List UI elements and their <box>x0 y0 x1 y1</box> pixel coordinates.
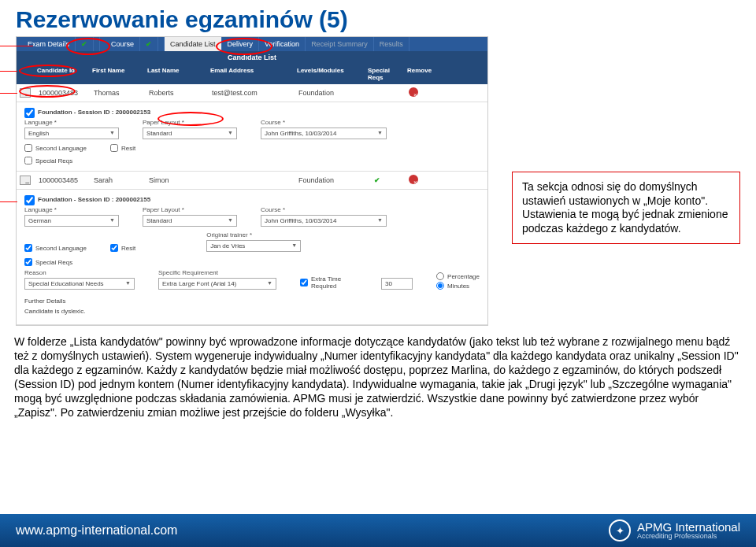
remove-icon: × <box>409 87 418 97</box>
col-special-reqs: Special Reqs <box>363 64 402 84</box>
percentage-label: Percentage <box>447 273 480 280</box>
cell-sr: ✔ <box>365 173 404 187</box>
percentage-radio[interactable] <box>436 272 444 280</box>
course-select[interactable]: John Griffiths, 10/03/2014▼ <box>261 215 387 227</box>
chevron-down-icon: ▼ <box>125 280 131 287</box>
check-icon: ✔ <box>76 37 94 51</box>
col-levels-modules: Levels/Modules <box>292 64 363 84</box>
tab-receipt-summary: Receipt Summary <box>306 37 374 51</box>
cell-ln[interactable]: Simon <box>144 173 207 187</box>
remove-button[interactable]: × <box>404 172 443 189</box>
language-select[interactable]: English▼ <box>24 128 119 139</box>
cell-em[interactable]: test@test.com <box>207 86 294 100</box>
red-arrow <box>0 93 17 94</box>
paper-layout-label: Paper Layout * <box>143 206 237 213</box>
tab-results: Results <box>374 37 410 51</box>
footer-url: www.apmg-international.com <box>16 523 177 538</box>
cell-ln[interactable]: Roberts <box>144 86 207 100</box>
language-select[interactable]: German▼ <box>24 215 119 227</box>
cell-id: 1000003483 <box>34 86 89 100</box>
special-reqs-checkbox[interactable] <box>24 258 32 266</box>
page-title: Rezerwowanie egzaminów (5) <box>0 0 756 36</box>
tab-delivery[interactable]: Delivery <box>222 37 260 51</box>
col-email: Email Address <box>206 64 292 84</box>
check-icon: ✔ <box>140 37 158 51</box>
language-label: Language * <box>24 119 119 126</box>
col-candidate-id: Candidate Id <box>32 64 87 84</box>
second-language-checkbox[interactable] <box>24 244 32 252</box>
remove-icon: × <box>409 175 418 184</box>
paper-layout-select[interactable]: Standard▼ <box>143 128 237 139</box>
cell-lm: Foundation <box>294 173 365 187</box>
session-checkbox[interactable] <box>24 108 35 118</box>
table-header: Candidate Id First Name Last Name Email … <box>17 64 487 84</box>
collapse-icon[interactable]: − <box>20 176 31 185</box>
col-remove: Remove <box>402 64 442 84</box>
extra-time-value[interactable]: 30 <box>381 278 413 290</box>
cell-fn[interactable]: Thomas <box>89 86 144 100</box>
check-icon: ✔ <box>369 173 385 187</box>
course-label: Course * <box>261 119 387 126</box>
original-trainer-select[interactable]: Jan de Vries▼ <box>206 240 301 252</box>
session-label: Foundation - Session ID : 2000002155 <box>38 194 150 206</box>
col-first-name: First Name <box>87 64 143 84</box>
sub-header: Candidate List <box>17 51 487 64</box>
session-label: Foundation - Session ID : 2000002153 <box>38 107 150 119</box>
chevron-down-icon: ▼ <box>377 130 383 137</box>
special-reqs-label: Special Reqs <box>35 157 72 164</box>
extra-time-checkbox[interactable] <box>300 279 308 286</box>
chevron-down-icon: ▼ <box>291 242 297 249</box>
chevron-down-icon: ▼ <box>109 130 115 137</box>
table-row: − 1000003483 Thomas Roberts test@test.co… <box>17 84 487 102</box>
specific-requirement-select[interactable]: Extra Large Font (Arial 14)▼ <box>158 278 276 290</box>
cell-sr <box>365 90 404 96</box>
cell-fn[interactable]: Sarah <box>89 173 144 187</box>
footer-brand: APMG International <box>637 521 740 533</box>
resit-checkbox[interactable] <box>110 244 118 252</box>
cell-id: 1000003485 <box>34 173 89 187</box>
original-trainer-label: Original trainer * <box>206 231 301 238</box>
further-details-value[interactable]: Candidate is dyslexic. <box>24 308 480 318</box>
further-details-label: Further Details <box>24 294 480 308</box>
minutes-radio[interactable] <box>436 282 444 290</box>
body-paragraph: W folderze „Lista kandydatów" powinny by… <box>0 326 756 424</box>
chevron-down-icon: ▼ <box>109 217 115 224</box>
cell-lm: Foundation <box>294 86 365 100</box>
special-reqs-checkbox[interactable] <box>24 157 32 164</box>
tab-verification[interactable]: Verification <box>259 37 306 51</box>
course-select[interactable]: John Griffiths, 10/03/2014▼ <box>261 128 387 139</box>
reason-label: Reason <box>24 269 135 276</box>
red-arrow <box>0 71 17 72</box>
tab-candidate-list[interactable]: Candidate List <box>165 37 222 51</box>
second-language-checkbox[interactable] <box>24 144 32 152</box>
remove-button[interactable]: × <box>404 84 443 102</box>
paper-layout-label: Paper Layout * <box>143 119 237 126</box>
collapse-icon[interactable]: − <box>20 88 31 98</box>
app-screenshot: Exam Details✔ Course✔ Candidate List Del… <box>16 36 488 326</box>
course-label: Course * <box>261 206 387 213</box>
resit-label: Resit <box>121 245 135 252</box>
chevron-down-icon: ▼ <box>228 217 233 224</box>
red-arrow <box>0 201 17 202</box>
footer-logo: ✦ APMG International Accrediting Profess… <box>609 519 740 541</box>
session-checkbox[interactable] <box>24 195 35 205</box>
info-callout: Ta sekcja odnosi się do domyślnych ustaw… <box>512 172 740 244</box>
second-language-label: Second Language <box>35 245 87 252</box>
language-label: Language * <box>24 206 119 213</box>
table-row: − 1000003485 Sarah Simon Foundation ✔ × <box>17 172 487 190</box>
globe-icon: ✦ <box>609 519 631 541</box>
col-last-name: Last Name <box>143 64 206 84</box>
paper-layout-select[interactable]: Standard▼ <box>143 215 237 227</box>
session-panel: Foundation - Session ID : 2000002155 Lan… <box>17 190 487 325</box>
resit-checkbox[interactable] <box>110 144 118 152</box>
tab-exam-details[interactable]: Exam Details✔ <box>17 37 100 51</box>
chevron-down-icon: ▼ <box>228 130 233 137</box>
specific-requirement-label: Specific Requirement <box>158 269 276 276</box>
minutes-label: Minutes <box>447 283 469 290</box>
content-area: Exam Details✔ Course✔ Candidate List Del… <box>0 36 756 326</box>
tab-course[interactable]: Course✔ <box>100 37 165 51</box>
special-reqs-label: Special Reqs <box>35 259 72 266</box>
reason-select[interactable]: Special Educational Needs▼ <box>24 278 135 290</box>
cell-em[interactable] <box>207 177 294 183</box>
tab-bar: Exam Details✔ Course✔ Candidate List Del… <box>17 37 487 51</box>
